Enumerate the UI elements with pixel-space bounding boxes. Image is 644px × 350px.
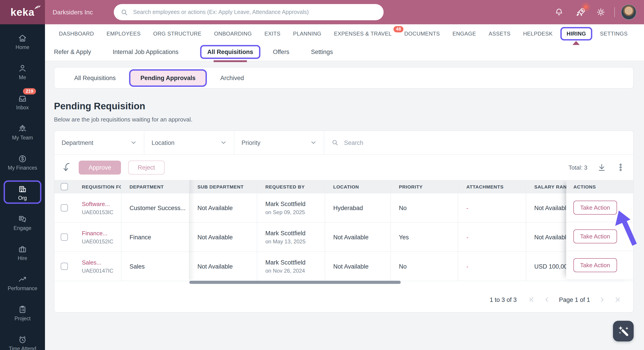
reject-button[interactable]: Reject (128, 160, 164, 174)
take-action-button[interactable]: Take Action (574, 258, 617, 272)
take-action-button[interactable]: Take Action (574, 201, 617, 214)
tab-all-requisitions[interactable]: All Requisitions (64, 70, 126, 85)
subnav-offers[interactable]: Offers (273, 48, 300, 55)
sidebar-label: Hire (18, 255, 27, 261)
cell-attachments: - (458, 223, 526, 252)
requisition-table: REQUISITION FOR DEPARTMENT SUB DEPARTMEN… (54, 180, 633, 286)
page-title: Pending Requisition (54, 101, 145, 112)
sidebar-label: Time Attend (9, 346, 36, 350)
sidebar-item-my-finances[interactable]: My Finances (4, 150, 41, 174)
cell-attachments: - (458, 252, 526, 281)
row-checkbox[interactable] (60, 263, 68, 270)
sidebar-item-org[interactable]: Org (4, 180, 41, 204)
nav-planning[interactable]: PLANNING (287, 30, 328, 37)
sidebar-item-engage[interactable]: Engage (4, 210, 41, 234)
previous-page-icon[interactable] (544, 296, 550, 303)
chevron-down-icon (310, 140, 316, 146)
nav-hiring[interactable]: HIRING (560, 27, 592, 40)
header-actions: ACTIONS (566, 180, 633, 194)
sidebar-item-inbox[interactable]: 219 Inbox (4, 90, 41, 113)
select-all-checkbox[interactable] (60, 183, 68, 190)
user-avatar[interactable] (621, 4, 636, 20)
nav-onboarding[interactable]: ONBOARDING (208, 30, 258, 37)
tab-pending-approvals[interactable]: Pending Approvals (129, 69, 207, 86)
download-icon[interactable] (597, 163, 606, 172)
sidebar-item-time-attend[interactable]: Time Attend (4, 331, 41, 350)
requisition-id: UAE00152IC (82, 238, 121, 244)
requested-on-date: on May 13, 2025 (265, 238, 325, 244)
location-filter[interactable]: Location (144, 131, 234, 154)
sort-icon[interactable] (62, 162, 72, 173)
sidebar-item-hire[interactable]: Hire (4, 241, 41, 264)
sidebar-label: Project (14, 316, 30, 321)
magic-wand-icon (616, 324, 630, 338)
requisition-link[interactable]: Finance... (82, 230, 121, 236)
filter-label: Priority (242, 139, 260, 146)
next-page-icon[interactable] (599, 296, 605, 303)
logo-block[interactable]: keka (0, 0, 45, 24)
requisition-id: UAE00147IC (82, 268, 121, 274)
subnav-refer-apply[interactable]: Refer & Apply (54, 48, 102, 55)
subnav-all-requisitions[interactable]: All Requisitions (200, 45, 260, 59)
sidebar-label: My Team (12, 135, 33, 140)
nav-expenses-travel[interactable]: EXPENSES & TRAVEL 48 (328, 30, 398, 37)
horizontal-scrollbar-thumb[interactable] (189, 281, 401, 284)
pagination-page: Page 1 of 1 (559, 296, 590, 303)
take-action-button[interactable]: Take Action (574, 230, 617, 244)
sidebar-item-home[interactable]: Home (4, 30, 41, 53)
subnav-label: All Requisitions (207, 48, 253, 55)
approve-button[interactable]: Approve (79, 160, 121, 174)
requisition-link[interactable]: Software... (82, 200, 121, 207)
tab-archived[interactable]: Archived (210, 70, 254, 85)
sidebar-item-project[interactable]: Project (4, 301, 41, 324)
row-checkbox[interactable] (60, 204, 68, 212)
cell-sub-department: Not Available (189, 252, 257, 281)
hiring-subnav: Refer & Apply Internal Job Applications … (45, 43, 644, 61)
pagination-range: 1 to 3 of 3 (490, 296, 517, 303)
nav-assets[interactable]: ASSETS (482, 30, 517, 37)
nav-documents[interactable]: DOCUMENTS (398, 30, 446, 37)
sidebar: Home Me 219 Inbox My Team My Finances Or… (0, 24, 45, 350)
nav-settings[interactable]: SETTINGS (594, 30, 634, 37)
sidebar-item-my-team[interactable]: My Team (4, 120, 41, 144)
nav-engage[interactable]: ENGAGE (446, 30, 482, 37)
requisition-link[interactable]: Sales... (82, 259, 121, 266)
cell-location: Not Available (325, 223, 391, 252)
actions-column: ACTIONS Take Action Take Action Take Act… (566, 180, 633, 280)
global-search-input[interactable] (132, 8, 377, 16)
kebab-menu-icon[interactable] (616, 163, 625, 172)
rocket-updates-icon[interactable] (575, 6, 587, 18)
nav-helpdesk[interactable]: HELPDESK (517, 30, 559, 37)
priority-filter[interactable]: Priority (234, 131, 324, 154)
row-checkbox[interactable] (60, 234, 68, 241)
nav-dashboard[interactable]: DASHBOARD (52, 30, 100, 37)
table-header-row: REQUISITION FOR DEPARTMENT SUB DEPARTMEN… (54, 180, 633, 194)
cell-department: Sales (122, 252, 189, 281)
rocket-badge-dot (584, 5, 588, 9)
bell-icon[interactable] (554, 7, 564, 17)
nav-org-structure[interactable]: ORG STRUCTURE (147, 30, 208, 37)
pagination: 1 to 3 of 3 Page 1 of 1 (54, 286, 633, 314)
magic-wand-button[interactable] (613, 321, 634, 342)
main-area: DASHBOARD EMPLOYEES ORG STRUCTURE ONBOAR… (45, 24, 644, 350)
nav-employees[interactable]: EMPLOYEES (100, 30, 147, 37)
department-filter[interactable]: Department (54, 131, 144, 154)
company-name[interactable]: Darksiders Inc (52, 0, 93, 24)
sidebar-label: My Finances (8, 165, 37, 170)
first-page-icon[interactable] (528, 296, 535, 303)
topbar-divider (614, 7, 615, 17)
table-search[interactable] (324, 131, 633, 154)
header-priority: PRIORITY (391, 180, 458, 194)
subnav-settings[interactable]: Settings (311, 48, 344, 55)
subnav-internal-job-applications[interactable]: Internal Job Applications (113, 48, 189, 55)
last-page-icon[interactable] (614, 296, 620, 303)
nav-exits[interactable]: EXITS (258, 30, 287, 37)
sidebar-item-performance[interactable]: Performance (4, 271, 41, 294)
table-search-input[interactable] (343, 139, 626, 146)
gear-icon[interactable] (596, 7, 606, 17)
global-search[interactable] (114, 4, 384, 20)
logo-text: keka (10, 6, 34, 18)
home-icon (18, 33, 28, 43)
sidebar-item-me[interactable]: Me (4, 60, 41, 83)
filter-label: Department (62, 139, 93, 146)
